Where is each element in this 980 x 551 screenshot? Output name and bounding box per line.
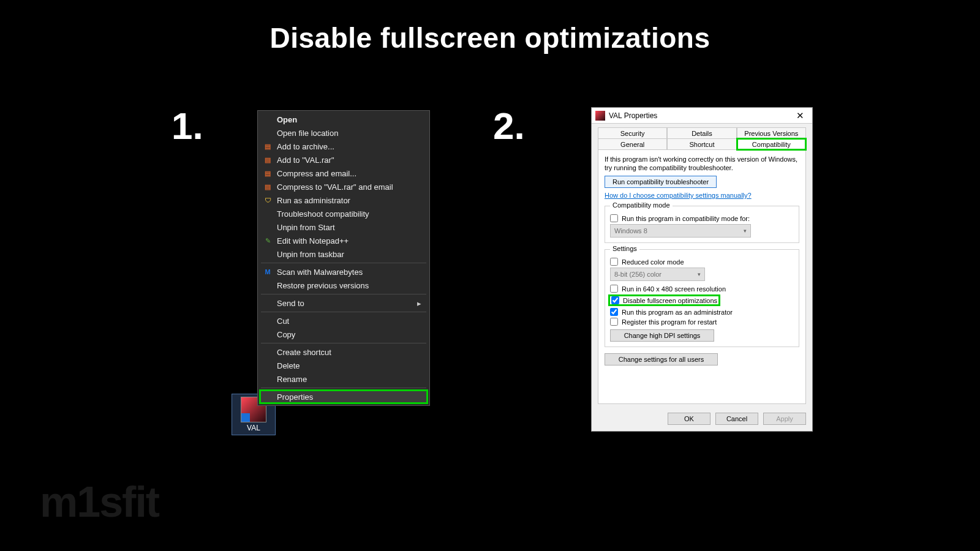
compat-mode-input[interactable] [610,214,618,222]
tab-security[interactable]: Security [598,127,667,139]
ctx-delete[interactable]: Delete [260,359,428,372]
ctx-troubleshoot[interactable]: Troubleshoot compatibility [260,207,428,220]
run-640x480-label: Run in 640 x 480 screen resolution [622,285,726,293]
disable-fullscreen-label: Disable fullscreen optimizations [623,297,717,304]
separator [261,343,426,343]
watermark: m1sfit [40,478,159,527]
separator [261,312,426,312]
notepadpp-icon: ✎ [263,236,273,246]
malwarebytes-icon: M [263,267,273,277]
ctx-send-to[interactable]: Send to▸ [260,296,428,310]
step-number-2: 2. [493,104,525,148]
chevron-down-icon: ▾ [698,271,701,277]
dialog-title-text: VAL Properties [609,111,791,120]
ctx-cut[interactable]: Cut [260,314,428,328]
change-all-users-button[interactable]: Change settings for all users [605,353,718,365]
ctx-open[interactable]: Open [260,113,428,126]
settings-legend: Settings [610,245,639,252]
reduced-color-input[interactable] [610,258,618,266]
dialog-titlebar: VAL Properties ✕ [592,108,812,124]
register-restart-input[interactable] [610,318,618,326]
ok-button[interactable]: OK [668,413,710,425]
separator [261,294,426,294]
winrar-icon: ▤ [263,155,273,165]
compat-mode-select[interactable]: Windows 8 ▾ [610,224,751,238]
run-640x480-checkbox[interactable]: Run in 640 x 480 screen resolution [610,285,794,293]
winrar-icon: ▤ [263,141,273,151]
dialog-button-row: OK Cancel Apply [592,409,812,431]
compat-mode-checkbox[interactable]: Run this program in compatibility mode f… [610,214,794,222]
compat-help-link[interactable]: How do I choose compatibility settings m… [605,192,752,199]
compat-mode-legend: Compatibility mode [610,201,673,209]
ctx-copy[interactable]: Copy [260,328,428,341]
ctx-run-admin[interactable]: 🛡Run as administrator [260,193,428,207]
reduced-color-label: Reduced color mode [622,258,684,266]
run-troubleshooter-button[interactable]: Run compatibility troubleshooter [605,176,717,188]
run-640x480-input[interactable] [610,285,618,293]
compat-mode-group: Compatibility mode Run this program in c… [605,206,799,243]
tab-shortcut[interactable]: Shortcut [667,138,736,150]
tab-details[interactable]: Details [667,127,736,139]
register-restart-checkbox[interactable]: Register this program for restart [610,318,794,326]
separator [261,388,426,388]
ctx-unpin-start[interactable]: Unpin from Start [260,220,428,234]
ctx-restore-previous[interactable]: Restore previous versions [260,279,428,292]
ctx-scan-malwarebytes[interactable]: MScan with Malwarebytes [260,265,428,279]
run-as-admin-checkbox[interactable]: Run this program as an administrator [610,308,794,316]
separator [261,263,426,263]
properties-dialog: VAL Properties ✕ Security Details Previo… [591,107,813,432]
ctx-create-shortcut[interactable]: Create shortcut [260,345,428,359]
tab-previous-versions[interactable]: Previous Versions [737,127,806,139]
change-dpi-button[interactable]: Change high DPI settings [610,329,714,342]
ctx-add-archive[interactable]: ▤Add to archive... [260,140,428,153]
cancel-button[interactable]: Cancel [715,413,758,425]
chevron-down-icon: ▾ [744,228,747,234]
apply-button[interactable]: Apply [763,413,806,425]
ctx-compress-email[interactable]: ▤Compress and email... [260,167,428,180]
tab-compatibility-body: If this program isn't working correctly … [598,149,806,404]
ctx-properties[interactable]: Properties [260,390,428,403]
run-as-admin-input[interactable] [610,308,618,316]
close-button[interactable]: ✕ [791,110,809,121]
shield-icon: 🛡 [263,195,273,205]
compat-mode-label: Run this program in compatibility mode f… [622,215,750,222]
winrar-icon: ▤ [263,182,273,192]
context-menu: Open Open file location ▤Add to archive.… [257,110,430,406]
page-title: Disable fullscreen optimizations [0,21,980,54]
step-number-1: 1. [172,104,203,148]
settings-group: Settings Reduced color mode 8-bit (256) … [605,249,799,347]
color-mode-select[interactable]: 8-bit (256) color ▾ [610,268,705,281]
register-restart-label: Register this program for restart [622,318,717,326]
ctx-rename[interactable]: Rename [260,372,428,386]
desktop-shortcut-label: VAL [233,424,274,432]
chevron-right-icon: ▸ [417,299,421,308]
winrar-icon: ▤ [263,168,273,178]
disable-fullscreen-checkbox[interactable]: Disable fullscreen optimizations [610,296,718,304]
ctx-open-file-location[interactable]: Open file location [260,126,428,140]
reduced-color-checkbox[interactable]: Reduced color mode [610,258,794,266]
ctx-add-valrar[interactable]: ▤Add to "VAL.rar" [260,153,428,167]
compat-info-text: If this program isn't working correctly … [605,155,799,172]
tab-general[interactable]: General [598,138,667,150]
ctx-unpin-taskbar[interactable]: Unpin from taskbar [260,247,428,261]
ctx-edit-notepadpp[interactable]: ✎Edit with Notepad++ [260,234,428,247]
app-icon [595,111,605,121]
run-as-admin-label: Run this program as an administrator [622,309,733,316]
disable-fullscreen-input[interactable] [611,296,619,304]
ctx-compress-valrar-email[interactable]: ▤Compress to "VAL.rar" and email [260,180,428,193]
tab-compatibility[interactable]: Compatibility [737,138,806,150]
tabs-row: Security Details Previous Versions Gener… [598,127,806,149]
